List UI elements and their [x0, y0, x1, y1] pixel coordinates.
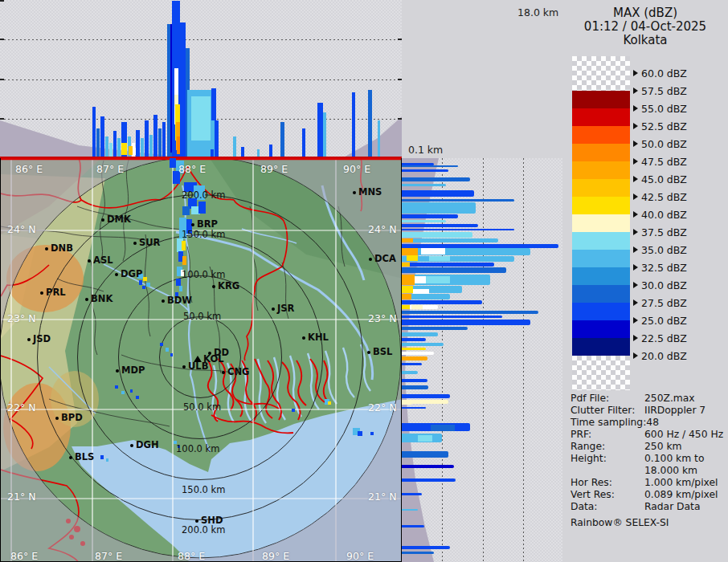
legend-arrow-icon	[633, 105, 638, 112]
range-ring-label: 50.0 km	[183, 401, 221, 413]
station-label: DGH	[136, 439, 159, 450]
legend-label: 22.5 dBZ	[641, 332, 687, 344]
info-key: Clutter Filter:	[571, 405, 644, 417]
info-key	[571, 465, 644, 477]
station-label: KHL	[308, 332, 329, 343]
legend-color-swatch	[572, 214, 630, 232]
legend-arrow-icon	[633, 299, 638, 306]
legend-label-row: 40.0 dBZ	[633, 209, 687, 220]
echo-row	[402, 493, 422, 495]
latitude-label: 24° N	[7, 223, 35, 235]
latitude-label: 21° N	[368, 491, 396, 503]
latitude-label: 21° N	[7, 491, 35, 503]
echo-speck	[182, 256, 186, 265]
legend-label: 55.0 dBZ	[641, 103, 687, 115]
legend-arrow-icon	[633, 70, 638, 76]
echo-column	[158, 128, 162, 157]
legend-label: 25.0 dBZ	[641, 315, 687, 327]
station-dot	[272, 307, 275, 311]
echo-core	[418, 435, 432, 442]
station-label: BRP	[197, 218, 218, 230]
legend-label-row: 55.0 dBZ	[633, 103, 687, 114]
echo-speck	[358, 431, 362, 436]
echo-row	[402, 256, 514, 262]
echo-column	[136, 130, 140, 157]
station-marker: BNK	[85, 294, 112, 305]
range-ring-label: 100.0 km	[176, 443, 219, 454]
station-dot	[191, 223, 194, 226]
echo-row	[402, 379, 427, 382]
echo-row	[402, 214, 458, 218]
legend-arrow-icon	[633, 335, 638, 341]
echo-speck	[143, 277, 147, 281]
legend-label-row: 32.5 dBZ	[633, 262, 687, 273]
radar-display: 18.0 km 0.1 km	[0, 0, 728, 562]
echo-core	[408, 352, 419, 355]
station-label: BDW	[167, 295, 192, 306]
echo-row	[402, 202, 476, 214]
station-label: JSR	[277, 303, 294, 314]
station-marker: PRL	[40, 287, 66, 299]
legend-arrow-icon	[633, 88, 638, 94]
legend-color-swatch	[572, 161, 630, 179]
echo-column	[211, 149, 214, 157]
echo-core	[407, 255, 418, 261]
legend-label-row: 47.5 dBZ	[633, 156, 687, 167]
echo-column	[113, 131, 117, 157]
echo-row	[402, 479, 456, 482]
latitude-label: 23° N	[7, 312, 35, 324]
echo-row	[402, 385, 428, 389]
station-dot	[367, 351, 370, 354]
legend-arrow-icon	[633, 193, 638, 200]
station-marker: MNS	[353, 187, 382, 198]
station-dot	[88, 259, 91, 263]
echo-speck	[136, 396, 139, 399]
legend-color-swatch	[572, 179, 630, 197]
legend-color-swatch	[572, 338, 630, 356]
right-profile-panel	[402, 158, 562, 562]
legend-arrow-icon	[633, 264, 638, 271]
info-value: 250 km	[644, 441, 681, 453]
product-datetime: 01:12 / 04-Oct-2025	[562, 20, 728, 34]
echo-speck	[182, 206, 190, 215]
echo-row	[402, 394, 450, 398]
title-block: MAX (dBZ) 01:12 / 04-Oct-2025 Kolkata	[562, 6, 728, 47]
station-marker: JSD	[27, 334, 51, 345]
station-dot	[69, 456, 72, 459]
echo-speck	[176, 279, 181, 286]
info-row: Height:0.100 km to	[571, 453, 728, 465]
echo-column	[280, 122, 284, 157]
legend-arrow-icon	[633, 352, 638, 359]
station-label: MDP	[121, 364, 145, 376]
echo-row	[402, 267, 506, 273]
legend-label-row: 50.0 dBZ	[633, 138, 687, 149]
legend-label-row: 57.5 dBZ	[633, 85, 687, 96]
info-key: Range:	[571, 441, 644, 453]
echo-column	[198, 147, 202, 157]
echo-core	[402, 294, 411, 299]
station-label: BLS	[75, 451, 94, 462]
echo-column	[241, 147, 244, 157]
legend-no-data-swatch	[572, 56, 630, 91]
echo-row	[402, 343, 444, 346]
info-row: Clutter Filter:IIRDoppler 7	[571, 405, 728, 417]
legend-label: 47.5 dBZ	[641, 156, 687, 168]
legend-arrow-icon	[633, 176, 638, 182]
echo-speck	[139, 280, 142, 285]
echo-column	[153, 115, 157, 157]
echo-core	[413, 289, 429, 294]
echo-row	[402, 224, 478, 227]
range-ring-label: 100.0 km	[182, 269, 225, 280]
echo-speck	[292, 409, 295, 412]
legend-label: 45.0 dBZ	[641, 173, 687, 185]
echo-row	[402, 320, 530, 325]
height-axis-min-label: 0.1 km	[408, 144, 443, 156]
echo-speck	[160, 343, 163, 346]
info-value: 18.000 km	[644, 465, 697, 477]
info-row: Vert Res:0.089 km/pixel	[571, 489, 728, 501]
echo-column	[302, 128, 305, 157]
station-dot	[302, 336, 305, 340]
longitude-label: 87° E	[96, 163, 124, 175]
legend-label: 57.5 dBZ	[641, 85, 687, 97]
longitude-label: 86° E	[10, 550, 38, 562]
